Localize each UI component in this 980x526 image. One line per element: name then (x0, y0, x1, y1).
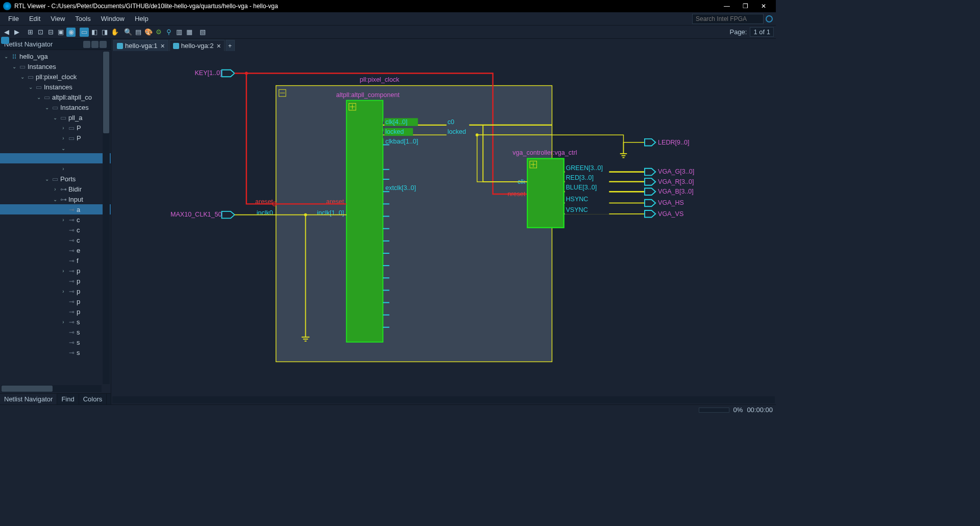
output-label: VGA_B[3..0] (658, 188, 694, 195)
close-button[interactable]: ✕ (754, 0, 773, 12)
tool-palette-icon[interactable]: 🎨 (144, 28, 153, 37)
tree-hscrollbar[interactable] (1, 385, 102, 392)
tree-item-a[interactable]: ⊸a (0, 204, 111, 214)
input-key-pin[interactable] (222, 70, 234, 77)
block-altpll[interactable] (347, 101, 383, 342)
tree-item[interactable]: f (77, 257, 79, 265)
side-tab-navigator[interactable]: Netlist Navigator (0, 394, 57, 404)
tool-6[interactable]: ◧ (90, 28, 99, 37)
tab-icon (173, 43, 179, 49)
tree-instances3[interactable]: Instances (60, 104, 89, 111)
output-ledr-pin[interactable] (645, 139, 655, 146)
tree-item-c[interactable]: c (77, 216, 80, 224)
tool-fwd-icon[interactable]: ▶ (12, 28, 21, 37)
sidebar-pin-icon[interactable] (83, 41, 90, 48)
tab-icon (117, 43, 123, 49)
output-vga-b-pin[interactable] (645, 188, 655, 195)
sidebar-max-icon[interactable] (91, 41, 99, 48)
tree-item[interactable]: p (77, 288, 80, 295)
tree-vscrollbar[interactable] (103, 51, 110, 384)
tree-instances2[interactable]: Instances (44, 83, 72, 91)
tool-zoomout-icon[interactable]: ▤ (134, 28, 143, 37)
svg-text:locked: locked (448, 128, 466, 135)
doc-tab-add[interactable]: + (226, 40, 235, 51)
tree-pll[interactable]: pll:pixel_clock (36, 73, 77, 81)
schematic-canvas[interactable]: pll:pixel_clock altpll:altpll_component (111, 51, 776, 396)
port-label: nreset (507, 190, 525, 198)
tree-altpll[interactable]: altpll:altpll_co (52, 93, 92, 101)
output-vga-g-pin[interactable] (645, 169, 655, 176)
tree-selected-1[interactable] (0, 153, 111, 163)
titlebar: RTL Viewer - C:/Users/Peter/Documents/GI… (0, 0, 776, 12)
tree-item[interactable]: s (77, 339, 80, 346)
tree-item[interactable]: p (77, 267, 80, 275)
tree-instances[interactable]: Instances (28, 63, 56, 70)
pager-value[interactable]: 1 of 1 (750, 27, 774, 37)
tab-close-icon[interactable]: × (216, 42, 220, 50)
svg-text:RED[3..0]: RED[3..0] (566, 174, 593, 181)
tree-item[interactable]: c (77, 226, 80, 234)
tool-back-icon[interactable]: ◀ (2, 28, 11, 37)
tree-pll-a[interactable]: pll_a (68, 114, 82, 122)
tool-9[interactable]: ▥ (175, 28, 184, 37)
tree-item[interactable]: e (77, 247, 80, 254)
tool-2[interactable]: ⊡ (36, 28, 45, 37)
menu-window[interactable]: Window (96, 13, 130, 24)
app-icon (3, 2, 11, 10)
tree[interactable]: ⌄⁞⁞hello_vga ⌄▭Instances ⌄▭pll:pixel_clo… (0, 50, 111, 393)
input-max10-pin[interactable] (222, 211, 234, 219)
search-input[interactable] (692, 14, 764, 24)
menu-tools[interactable]: Tools (70, 13, 95, 24)
tool-8[interactable]: ⚲ (164, 28, 174, 37)
output-vga-vs-pin[interactable] (645, 210, 655, 218)
tool-select-icon[interactable]: ▭ (80, 28, 89, 37)
menu-edit[interactable]: Edit (24, 13, 45, 24)
tree-p2[interactable]: P (77, 134, 81, 142)
menu-view[interactable]: View (45, 13, 70, 24)
tab-close-icon[interactable]: × (161, 42, 165, 50)
svg-text:HSYNC: HSYNC (566, 196, 588, 203)
minimize-button[interactable]: — (718, 0, 736, 12)
menu-file[interactable]: File (3, 13, 24, 24)
canvas-hscrollbar[interactable] (112, 396, 775, 403)
port-label: extclk[3..0] (385, 184, 416, 192)
tree-root[interactable]: hello_vga (19, 53, 48, 60)
label-vga-title: vga_controller:vga_ctrl (512, 149, 577, 156)
svg-point-73 (476, 133, 479, 136)
tool-7[interactable]: ◨ (100, 28, 109, 37)
tree-item[interactable]: p (77, 277, 80, 285)
tree-item[interactable]: s (77, 318, 80, 326)
maximize-button[interactable]: ❐ (736, 0, 754, 12)
side-tab-find[interactable]: Find (57, 394, 79, 404)
tree-item[interactable]: p (77, 308, 80, 316)
tree-item[interactable]: s (77, 328, 80, 336)
tree-ports[interactable]: Ports (60, 175, 76, 183)
sidebar-close-icon[interactable] (100, 41, 107, 48)
tool-3[interactable]: ⊟ (46, 28, 55, 37)
doc-tab-1[interactable]: hello-vga:1× (113, 40, 168, 51)
tree-p1[interactable]: P (77, 124, 81, 132)
tool-11[interactable]: ▧ (198, 28, 207, 37)
block-vga[interactable] (527, 159, 564, 228)
doc-tab-2[interactable]: hello-vga:2× (169, 40, 225, 51)
tool-pan-icon[interactable]: ✋ (110, 28, 119, 37)
canvas-area: hello-vga:1× hello-vga:2× + pll:pixel_cl… (111, 39, 776, 404)
tree-input[interactable]: Input (68, 196, 83, 203)
tool-10[interactable]: ▦ (185, 28, 194, 37)
document-tabs: hello-vga:1× hello-vga:2× + (111, 39, 776, 51)
output-vga-r-pin[interactable] (645, 178, 655, 185)
tool-4[interactable]: ▣ (56, 28, 65, 37)
feedback-icon[interactable] (1, 37, 9, 44)
tool-gear-icon[interactable]: ⚙ (154, 28, 163, 37)
tree-item[interactable]: c (77, 236, 80, 244)
tree-bidir[interactable]: Bidir (68, 185, 82, 193)
tool-1[interactable]: ⊞ (26, 28, 35, 37)
tool-zoomin-icon[interactable]: 🔍 (124, 28, 133, 37)
side-tab-colors[interactable]: Colors (79, 394, 107, 404)
tool-5[interactable]: ◉ (66, 28, 76, 37)
menu-help[interactable]: Help (130, 13, 154, 24)
help-icon[interactable] (766, 15, 773, 22)
tree-item[interactable]: s (77, 349, 80, 356)
tree-item[interactable]: p (77, 298, 80, 305)
output-vga-hs-pin[interactable] (645, 200, 655, 207)
